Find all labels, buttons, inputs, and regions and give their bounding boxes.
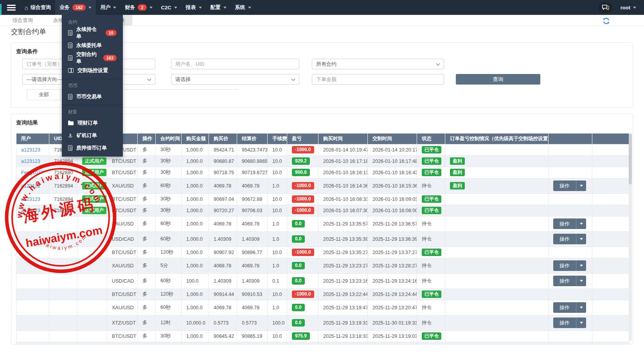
action-button[interactable]: 操作	[553, 318, 576, 328]
cell-period	[156, 342, 182, 345]
nav-label: 系统	[235, 4, 245, 11]
nav-item-users[interactable]: 用户	[96, 0, 121, 15]
action-caret-button[interactable]	[576, 260, 586, 271]
action-button[interactable]: 操作	[553, 180, 576, 191]
cell-direction: 多	[138, 144, 156, 155]
cell-buy-price: 90845.42	[209, 330, 237, 342]
action-button[interactable]: 操作	[553, 260, 576, 271]
cell-settle-time: 2025-11-29 13:24:16	[368, 273, 417, 289]
cell-settle-price: 4069.78	[237, 178, 268, 193]
action-button[interactable]: 操作	[553, 276, 576, 286]
table-scrollbar[interactable]	[629, 133, 632, 341]
cell-pnl-control: 盈利	[445, 155, 549, 167]
action-button-group: 操作	[553, 218, 586, 229]
cell-pnl-control	[445, 289, 549, 300]
menu-item-wealth-orders[interactable]: 理财订单	[62, 117, 123, 129]
action-button[interactable]: 操作	[553, 302, 576, 313]
cell-buy-time: 2026-01-14 10:19:47	[318, 144, 368, 155]
cell-settle-price: 4069.78	[237, 258, 268, 273]
hamburger-menu-button[interactable]	[2, 0, 20, 15]
folder-icon	[68, 121, 74, 125]
user-link[interactable]: a123123	[21, 147, 40, 153]
search-button[interactable]: 查询	[456, 74, 540, 85]
username-uid-input[interactable]	[171, 59, 299, 69]
nav-item-config[interactable]: 配置	[206, 0, 231, 15]
cell-period: 60秒	[156, 231, 182, 247]
action-button[interactable]: 操作	[553, 344, 576, 345]
cell-buy-price: 1.40309	[209, 273, 237, 289]
cell-fee: 10.0	[268, 247, 287, 258]
nav-item-reports[interactable]: 报表	[182, 0, 206, 15]
cell-empty	[592, 258, 629, 273]
cell-fee: 1.0	[268, 216, 287, 231]
action-button[interactable]: 操作	[553, 234, 576, 244]
cell-direction: 多	[138, 231, 156, 247]
menu-item-pledge-loan-orders[interactable]: 质押借币订单	[62, 142, 123, 154]
action-caret-button[interactable]	[576, 234, 586, 244]
user-link[interactable]: a123123	[21, 183, 40, 189]
menu-item-perpetual-positions[interactable]: 永续持仓单 19	[62, 27, 123, 39]
nav-item-system[interactable]: 系统	[231, 0, 255, 15]
cell-uid	[49, 247, 77, 258]
cell-actions: 操作	[549, 300, 592, 315]
menu-item-perpetual-orders[interactable]: 永续委托单	[62, 39, 123, 52]
cell-pnl: -1000.0	[287, 193, 318, 205]
cell-user: a123123	[16, 155, 49, 167]
results-table: 用户UID合约操作合约时间购买金额购买价结算价手续费盈亏购买时间交割时间状态订单…	[16, 133, 629, 345]
status-select[interactable]: 请选择	[171, 74, 299, 85]
cell-pnl: 900.6	[287, 167, 318, 178]
cell-user-type: 正式用户	[77, 193, 107, 205]
filter-tab-all[interactable]: 全部	[27, 90, 61, 100]
nav-item-finance[interactable]: 财务 2	[121, 0, 157, 15]
pnl-badge: -1000.0	[292, 195, 314, 203]
nav-item-c2c[interactable]: C2C	[157, 0, 182, 15]
cell-fee: 10.0	[268, 330, 287, 342]
refresh-icon[interactable]	[603, 17, 610, 25]
table-row: a123123 7162894 正式用户 BTC/USDT 多 30秒 1,00…	[16, 193, 629, 205]
cell-buy-time: 2026-01-10 16:08:33	[318, 193, 368, 205]
cell-settle-time: 2026-01-10 16:09:03	[368, 193, 417, 205]
pnl-badge: 0.0	[292, 262, 305, 269]
cell-settle-time: 2025-11-29 13:36:57	[368, 216, 417, 231]
cell-user-type: 正式用户	[77, 205, 107, 216]
user-link[interactable]: a123123	[21, 208, 40, 213]
cell-pnl-control	[445, 193, 549, 205]
user-link[interactable]: Feng1027	[21, 170, 43, 175]
page-tab-overview[interactable]: 综合查询	[5, 15, 41, 25]
action-button-group: 操作	[553, 318, 586, 328]
cell-uid	[49, 273, 77, 289]
scrollbar-thumb[interactable]	[629, 133, 632, 184]
cell-empty	[592, 247, 629, 258]
column-header: 购买价	[209, 133, 237, 144]
cell-empty	[592, 315, 629, 330]
chevron-down-icon	[633, 7, 636, 9]
table-row: a123123 7162894 正式用户 BTC/USDT 多 30秒 1,00…	[16, 205, 629, 216]
user-link[interactable]: a123123	[21, 197, 40, 202]
action-caret-button[interactable]	[576, 318, 586, 328]
chevron-down-icon	[291, 77, 295, 81]
status-badge: 持仓	[422, 183, 432, 188]
action-caret-button[interactable]	[576, 218, 586, 229]
nav-item-business[interactable]: 业务 182	[55, 0, 96, 15]
menu-item-delivery-contracts[interactable]: 交割合约单 163	[62, 52, 123, 64]
contract-select[interactable]: 所有合约	[312, 59, 444, 69]
menu-item-miner-orders[interactable]: ⚓ 矿机订单	[62, 129, 123, 142]
cell-actions: 操作	[549, 289, 592, 300]
action-caret-button[interactable]	[576, 302, 586, 313]
menu-item-spot-trades[interactable]: 币币交易单	[62, 90, 123, 103]
user-menu[interactable]: root	[619, 5, 638, 11]
cell-contract: BTC/USDT	[107, 247, 138, 258]
cell-status: 持仓	[417, 178, 445, 193]
cell-fee: 1.0	[268, 231, 287, 247]
action-caret-button[interactable]	[576, 344, 586, 345]
amount-input[interactable]	[312, 74, 444, 85]
action-caret-button[interactable]	[576, 276, 586, 286]
action-caret-button[interactable]	[576, 180, 586, 191]
direction-select-value: ---请选择方向---	[27, 76, 62, 82]
user-link[interactable]: a123123	[21, 159, 40, 164]
messages-button[interactable]	[599, 2, 613, 13]
menu-item-delivery-control-settings[interactable]: 交割场控设置	[62, 64, 123, 77]
nav-item-overview[interactable]: ⌂ 综合查询	[20, 0, 55, 15]
action-button[interactable]: 操作	[553, 218, 576, 229]
action-button-group: 操作	[553, 344, 586, 345]
